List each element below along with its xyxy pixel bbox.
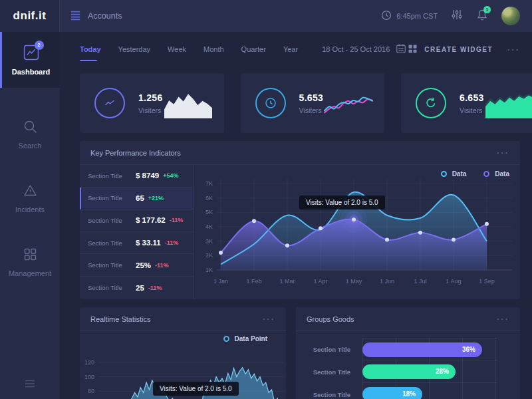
delta-badge: -11% [148, 285, 162, 291]
sidebar-item-label: Dashboard [12, 68, 50, 76]
sidebar-item-search[interactable]: Search [0, 108, 60, 161]
main-content: Today Yesterday Week Month Quarter Year … [60, 32, 532, 399]
create-widget-button[interactable]: CREATE WIDGET [408, 44, 493, 55]
stat-label: Visiters [299, 106, 324, 114]
sparkline-chart [323, 87, 374, 119]
notifications-button[interactable]: 1 [476, 9, 488, 24]
toolbar-actions: CREATE WIDGET ··· [408, 44, 520, 55]
tab-month[interactable]: Month [203, 41, 224, 57]
stat-value: 1.256 [138, 92, 163, 103]
svg-text:1 Sep: 1 Sep [479, 278, 495, 285]
topbar: dnif.it Accounts 6:45pm CST 1 [0, 0, 532, 32]
tab-quarter[interactable]: Quarter [241, 41, 266, 57]
topbar-right: 6:45pm CST 1 [381, 7, 532, 25]
bottom-row: Realtime Statistics ··· 12010080 Data Po… [80, 307, 520, 399]
kpi-panel: Key Performance Indicators ··· Section T… [80, 141, 520, 299]
legend-ring-blue [441, 171, 447, 177]
realtime-panel: Realtime Statistics ··· 12010080 Data Po… [80, 307, 286, 399]
kpi-list: Section Title $ 8749 +54% Section Title … [80, 165, 194, 299]
logo-cell[interactable]: dnif.it [0, 0, 60, 32]
bar-track: 36% [362, 338, 497, 360]
sparkline-chart [484, 87, 532, 119]
svg-text:1 Apr: 1 Apr [313, 278, 327, 285]
kpi-row[interactable]: Section Title 65 +21% [80, 188, 194, 210]
bar-row[interactable]: Section Title 28% [296, 360, 520, 383]
sidebar-item-label: Search [19, 142, 42, 150]
stat-cards-row: 1.256 Visiters 5.653 Visiters [80, 73, 520, 133]
collapse-menu-button[interactable] [0, 379, 60, 388]
legend-ring-purple [483, 171, 489, 177]
stat-card-visitors-2[interactable]: 5.653 Visiters [241, 73, 385, 133]
widget-grid-icon [408, 44, 418, 55]
topbar-section-label: Accounts [88, 11, 122, 21]
stat-value: 5.653 [299, 92, 324, 103]
legend-item: Data Point [223, 335, 267, 342]
sparkline-chart [163, 87, 213, 119]
progress-bar: 28% [362, 364, 456, 379]
svg-text:100: 100 [84, 374, 94, 380]
sidebar-item-label: Management [9, 269, 51, 277]
delta-badge: -11% [155, 262, 169, 269]
svg-text:5K: 5K [205, 209, 213, 215]
bar-row[interactable]: Section Title 18% [296, 383, 520, 399]
stat-card-visitors-3[interactable]: 6.653 Visiters [401, 73, 532, 133]
filters-sliders-icon[interactable] [451, 9, 463, 23]
legend-item: Data [483, 170, 509, 178]
refresh-icon [416, 88, 446, 118]
warning-triangle-icon [23, 183, 38, 200]
svg-text:1 Jun: 1 Jun [380, 278, 394, 285]
tab-today[interactable]: Today [80, 41, 101, 57]
kpi-line-chart[interactable]: 1K2K3K4K5K6K7K1 Jan1 Feb1 Mar1 Apr1 May1… [194, 165, 520, 299]
sidebar-item-label: Incidents [15, 205, 45, 213]
groups-overflow-menu[interactable]: ··· [497, 315, 509, 323]
dashboard-chart-icon: 2 [23, 45, 39, 62]
toolbar-overflow-menu[interactable]: ··· [507, 45, 520, 54]
logo: dnif.it [13, 9, 47, 23]
app-root: dnif.it Accounts 6:45pm CST 1 [0, 0, 532, 399]
kpi-row[interactable]: Section Title $ 33.11 -11% [80, 232, 194, 255]
sidebar-item-management[interactable]: Management [0, 235, 60, 289]
svg-text:7K: 7K [205, 180, 213, 187]
tab-yesterday[interactable]: Yesterday [118, 41, 151, 57]
accounts-menu[interactable]: Accounts [60, 10, 122, 23]
kpi-overflow-menu[interactable]: ··· [497, 148, 509, 157]
sidebar-item-incidents[interactable]: Incidents [0, 172, 60, 225]
kpi-row[interactable]: Section Title $ 8749 +54% [80, 165, 194, 188]
svg-text:1 May: 1 May [346, 278, 362, 285]
kpi-chart-svg: 1K2K3K4K5K6K7K1 Jan1 Feb1 Mar1 Apr1 May1… [194, 165, 520, 299]
realtime-panel-title: Realtime Statistics [90, 315, 150, 323]
kpi-panel-title: Key Performance Indicators [90, 149, 181, 157]
sidebar-item-dashboard[interactable]: 2 Dashboard [0, 32, 60, 88]
progress-bar: 36% [362, 342, 482, 357]
stat-value: 6.653 [460, 92, 484, 103]
bar-row[interactable]: Section Title 36% [296, 338, 520, 360]
svg-text:1 Mar: 1 Mar [279, 278, 295, 285]
tab-week[interactable]: Week [168, 41, 186, 57]
svg-text:2K: 2K [205, 252, 213, 259]
svg-text:80: 80 [88, 388, 94, 394]
svg-text:1 Jan: 1 Jan [213, 278, 228, 285]
stat-card-visitors-1[interactable]: 1.256 Visiters [80, 73, 224, 133]
kpi-legend: Data Data [441, 170, 509, 178]
notification-badge: 1 [483, 6, 491, 13]
tab-year[interactable]: Year [283, 41, 298, 57]
date-range-text: 18 Oct - 25 Oct 2016 [322, 45, 390, 53]
kpi-row[interactable]: Section Title 25 -11% [80, 277, 194, 299]
kpi-row[interactable]: Section Title $ 177.62 -11% [80, 209, 194, 232]
realtime-overflow-menu[interactable]: ··· [263, 315, 275, 323]
stat-label: Visiters [460, 106, 484, 114]
delta-badge: -11% [170, 217, 184, 223]
accounts-list-icon [70, 10, 81, 23]
svg-text:3K: 3K [205, 238, 213, 245]
svg-text:1K: 1K [205, 267, 213, 273]
legend-item: Data [441, 170, 467, 178]
time-range-tabs: Today Yesterday Week Month Quarter Year [80, 41, 298, 57]
svg-text:120: 120 [84, 359, 94, 366]
kpi-row[interactable]: Section Title 25% -11% [80, 254, 194, 277]
clock-icon [381, 10, 392, 22]
bar-track: 18% [362, 383, 497, 399]
svg-text:1 Feb: 1 Feb [246, 278, 261, 285]
date-range-picker[interactable]: 18 Oct - 25 Oct 2016 [322, 43, 406, 55]
avatar[interactable] [501, 7, 520, 25]
svg-text:1 Jul: 1 Jul [414, 278, 426, 285]
